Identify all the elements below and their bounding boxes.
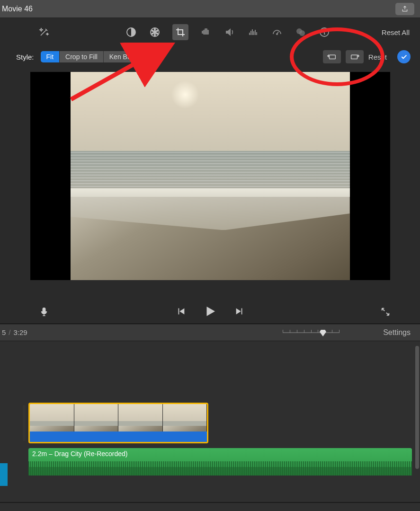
clip-handle[interactable] bbox=[23, 405, 26, 441]
svg-point-12 bbox=[277, 34, 277, 35]
reset-crop-button[interactable]: Reset bbox=[368, 53, 387, 61]
magic-wand-icon[interactable] bbox=[38, 26, 50, 38]
rotate-cw-button[interactable] bbox=[346, 50, 364, 63]
share-icon bbox=[401, 5, 409, 13]
apply-button[interactable] bbox=[397, 50, 411, 63]
check-icon bbox=[400, 53, 408, 61]
clip-audio-bar bbox=[30, 432, 207, 442]
time-separator: / bbox=[9, 328, 10, 336]
timeline-header: 5 / 3:29 Settings bbox=[0, 324, 420, 341]
zoom-knob[interactable] bbox=[320, 330, 326, 336]
video-canvas[interactable] bbox=[30, 72, 390, 280]
color-balance-icon[interactable] bbox=[125, 26, 137, 38]
svg-point-14 bbox=[299, 30, 305, 36]
style-ken-burns-button[interactable]: Ken Burns bbox=[104, 51, 146, 62]
prev-button[interactable] bbox=[176, 306, 186, 318]
scrollbar[interactable] bbox=[415, 346, 419, 469]
style-label: Style: bbox=[16, 53, 34, 61]
time-total: 3:29 bbox=[14, 328, 27, 336]
viewer bbox=[0, 67, 420, 300]
timeline[interactable]: 2.2m – Drag City (Re-Recorded) bbox=[0, 341, 420, 511]
style-crop-to-fill-button[interactable]: Crop to Fill bbox=[60, 51, 104, 62]
svg-point-6 bbox=[154, 35, 156, 36]
style-segmented-control: Fit Crop to Fill Ken Burns bbox=[41, 51, 146, 62]
video-frame bbox=[71, 72, 350, 280]
rotate-group: Reset bbox=[323, 50, 387, 63]
style-fit-button[interactable]: Fit bbox=[41, 51, 60, 62]
stabilization-icon[interactable] bbox=[200, 26, 212, 38]
project-title: Movie 46 bbox=[0, 5, 33, 13]
svg-point-5 bbox=[157, 33, 158, 35]
clip-filter-icon[interactable] bbox=[295, 26, 307, 38]
svg-point-4 bbox=[157, 30, 158, 32]
adjust-toolbar: Reset All bbox=[0, 18, 420, 46]
crop-icon[interactable] bbox=[172, 24, 188, 40]
next-button[interactable] bbox=[234, 306, 245, 318]
svg-rect-9 bbox=[203, 30, 209, 35]
audio-clip-label: 2.2m – Drag City (Re-Recorded) bbox=[32, 450, 128, 458]
svg-rect-10 bbox=[205, 28, 207, 30]
share-button[interactable] bbox=[395, 3, 414, 15]
crop-style-row: Style: Fit Crop to Fill Ken Burns Reset bbox=[0, 46, 420, 67]
playhead-indicator bbox=[0, 463, 8, 486]
voiceover-button[interactable] bbox=[38, 306, 50, 318]
svg-rect-16 bbox=[329, 55, 335, 59]
speed-icon[interactable] bbox=[271, 26, 283, 38]
reset-all-button[interactable]: Reset All bbox=[382, 28, 410, 36]
svg-point-2 bbox=[153, 31, 156, 34]
timeline-settings-button[interactable]: Settings bbox=[383, 328, 411, 337]
noise-reduction-icon[interactable] bbox=[247, 26, 259, 38]
svg-point-7 bbox=[152, 33, 153, 35]
volume-icon[interactable] bbox=[223, 26, 236, 38]
video-clip[interactable] bbox=[28, 403, 208, 443]
rotate-ccw-button[interactable] bbox=[323, 50, 341, 63]
svg-point-8 bbox=[152, 30, 153, 32]
color-correction-icon[interactable] bbox=[149, 26, 161, 38]
play-button[interactable] bbox=[203, 304, 217, 320]
svg-rect-11 bbox=[202, 31, 203, 34]
title-bar: Movie 46 bbox=[0, 0, 420, 18]
zoom-slider[interactable] bbox=[283, 329, 340, 336]
svg-rect-17 bbox=[351, 55, 357, 59]
playback-controls bbox=[0, 300, 420, 324]
info-icon[interactable] bbox=[318, 26, 331, 38]
svg-point-3 bbox=[154, 29, 156, 30]
audio-clip[interactable]: 2.2m – Drag City (Re-Recorded) bbox=[28, 448, 412, 476]
time-current: 5 bbox=[2, 328, 6, 336]
waveform bbox=[28, 461, 412, 476]
fullscreen-button[interactable] bbox=[379, 306, 392, 318]
